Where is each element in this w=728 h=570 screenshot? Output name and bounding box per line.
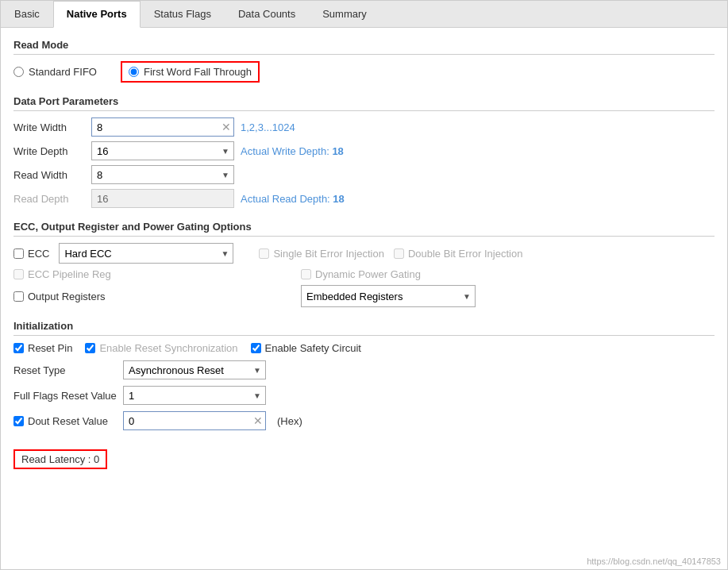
data-port-title: Data Port Parameters	[13, 95, 715, 111]
dout-reset-clear-btn[interactable]: ✕	[253, 415, 263, 426]
reset-type-row: Reset Type Asynchronous Reset Synchronou…	[13, 360, 715, 379]
tab-summary[interactable]: Summary	[309, 1, 380, 27]
double-bit-label[interactable]: Double Bit Error Injection	[394, 248, 523, 260]
reset-type-label: Reset Type	[13, 364, 117, 376]
ecc-label-text: ECC	[28, 248, 49, 260]
write-depth-label: Write Depth	[13, 145, 85, 157]
actual-read-depth-label: Actual Read Depth:	[241, 193, 330, 205]
standard-fifo-label: Standard FIFO	[29, 66, 97, 78]
single-bit-checkbox[interactable]	[259, 248, 269, 259]
write-depth-select[interactable]: 16 32 64 128	[91, 141, 234, 160]
read-depth-label: Read Depth	[13, 193, 85, 205]
ecc-pipeline-label[interactable]: ECC Pipeline Reg	[13, 268, 188, 280]
dout-reset-label-text: Dout Reset Value	[28, 415, 108, 427]
write-depth-select-wrapper: 16 32 64 128 ▼	[91, 141, 234, 160]
hex-label: (Hex)	[277, 415, 302, 427]
first-word-option[interactable]: First Word Fall Through	[121, 61, 260, 83]
reset-pin-text: Reset Pin	[28, 342, 72, 354]
read-width-select-wrapper: 8 16 32 ▼	[91, 165, 234, 184]
init-row1: Reset Pin Enable Reset Synchronization E…	[13, 342, 715, 354]
param-grid: Write Width ✕ 1,2,3...1024 Write Depth 1…	[13, 117, 715, 208]
initialization-title: Initialization	[13, 320, 715, 336]
dynamic-power-label[interactable]: Dynamic Power Gating	[301, 268, 421, 280]
ecc-pipeline-text: ECC Pipeline Reg	[28, 268, 111, 280]
enable-safety-text: Enable Safety Circuit	[265, 342, 361, 354]
data-port-section: Data Port Parameters Write Width ✕ 1,2,3…	[13, 95, 715, 208]
output-reg-checkbox[interactable]	[13, 291, 24, 302]
double-bit-checkbox[interactable]	[394, 248, 404, 259]
full-flags-row: Full Flags Reset Value 1 0 ▼	[13, 386, 715, 405]
standard-fifo-option[interactable]: Standard FIFO	[13, 66, 97, 78]
ecc-checkbox-label[interactable]: ECC	[13, 248, 49, 260]
standard-fifo-radio[interactable]	[13, 67, 24, 77]
first-word-radio[interactable]	[129, 67, 139, 77]
dout-reset-checkbox[interactable]	[13, 416, 24, 426]
reset-pin-checkbox[interactable]	[13, 343, 24, 353]
output-reg-select[interactable]: Embedded Registers Fabric Registers	[301, 285, 476, 307]
read-mode-title: Read Mode	[13, 39, 715, 55]
tab-bar: Basic Native Ports Status Flags Data Cou…	[1, 1, 727, 28]
watermark: https://blog.csdn.net/qq_40147853	[1, 553, 727, 569]
ecc-pipeline-checkbox[interactable]	[13, 269, 24, 279]
read-mode-options: Standard FIFO First Word Fall Through	[13, 61, 715, 83]
enable-reset-sync-checkbox[interactable]	[85, 343, 95, 353]
enable-safety-label[interactable]: Enable Safety Circuit	[251, 342, 361, 354]
ecc-row2: ECC Pipeline Reg Dynamic Power Gating	[13, 268, 715, 280]
read-latency-box: Read Latency : 0	[13, 449, 107, 469]
first-word-label: First Word Fall Through	[144, 66, 252, 78]
ecc-title: ECC, Output Register and Power Gating Op…	[13, 221, 715, 237]
write-width-input[interactable]	[91, 117, 234, 137]
write-width-input-wrapper: ✕	[91, 117, 234, 137]
read-mode-section: Read Mode Standard FIFO First Word Fall …	[13, 39, 715, 83]
actual-write-depth: Actual Write Depth: 18	[241, 145, 715, 157]
single-bit-label[interactable]: Single Bit Error Injection	[259, 248, 383, 260]
reset-pin-label[interactable]: Reset Pin	[13, 342, 72, 354]
write-width-hint: 1,2,3...1024	[241, 121, 715, 133]
read-latency-text: Read Latency : 0	[21, 453, 99, 465]
tab-data-counts[interactable]: Data Counts	[225, 1, 309, 27]
double-bit-text: Double Bit Error Injection	[408, 248, 523, 260]
main-content: Read Mode Standard FIFO First Word Fall …	[1, 28, 727, 553]
enable-reset-sync-text: Enable Reset Synchronization	[99, 342, 237, 354]
initialization-section: Initialization Reset Pin Enable Reset Sy…	[13, 320, 715, 430]
ecc-type-select[interactable]: Hard ECC Soft ECC	[59, 243, 233, 264]
reset-type-select-wrapper: Asynchronous Reset Synchronous Reset ▼	[123, 360, 266, 379]
ecc-row3: Output Registers Embedded Registers Fabr…	[13, 285, 715, 307]
full-flags-select[interactable]: 1 0	[123, 386, 266, 405]
full-flags-label: Full Flags Reset Value	[13, 390, 117, 402]
actual-write-depth-value: 18	[332, 145, 343, 157]
output-reg-label[interactable]: Output Registers	[13, 291, 188, 302]
ecc-checkbox[interactable]	[13, 248, 24, 259]
read-depth-value: 16	[91, 189, 234, 208]
single-bit-text: Single Bit Error Injection	[273, 248, 383, 260]
enable-safety-checkbox[interactable]	[251, 343, 261, 353]
actual-write-depth-label: Actual Write Depth:	[241, 145, 329, 157]
ecc-type-select-wrapper: Hard ECC Soft ECC ▼	[59, 243, 233, 264]
output-reg-select-wrapper: Embedded Registers Fabric Registers ▼	[301, 285, 476, 307]
dynamic-power-checkbox[interactable]	[301, 269, 311, 279]
enable-reset-sync-label[interactable]: Enable Reset Synchronization	[85, 342, 237, 354]
read-width-select[interactable]: 8 16 32	[91, 165, 234, 184]
dout-reset-checkbox-label[interactable]: Dout Reset Value	[13, 415, 117, 427]
dout-reset-row: Dout Reset Value ✕ (Hex)	[13, 411, 715, 430]
tab-basic[interactable]: Basic	[1, 1, 53, 27]
write-width-label: Write Width	[13, 121, 85, 133]
write-width-clear-btn[interactable]: ✕	[221, 121, 231, 133]
read-width-label: Read Width	[13, 169, 85, 181]
actual-read-depth: Actual Read Depth: 18	[241, 193, 715, 205]
dout-reset-input-wrapper: ✕	[123, 411, 266, 430]
full-flags-select-wrapper: 1 0 ▼	[123, 386, 266, 405]
ecc-section: ECC, Output Register and Power Gating Op…	[13, 221, 715, 307]
ecc-row1: ECC Hard ECC Soft ECC ▼ Single Bit Error…	[13, 243, 715, 264]
reset-type-select[interactable]: Asynchronous Reset Synchronous Reset	[123, 360, 266, 379]
dynamic-power-text: Dynamic Power Gating	[315, 268, 421, 280]
tab-status-flags[interactable]: Status Flags	[141, 1, 225, 27]
tab-native-ports[interactable]: Native Ports	[53, 1, 141, 28]
dout-reset-input[interactable]	[123, 411, 266, 430]
actual-read-depth-value: 18	[333, 193, 344, 205]
output-reg-text: Output Registers	[28, 291, 106, 302]
